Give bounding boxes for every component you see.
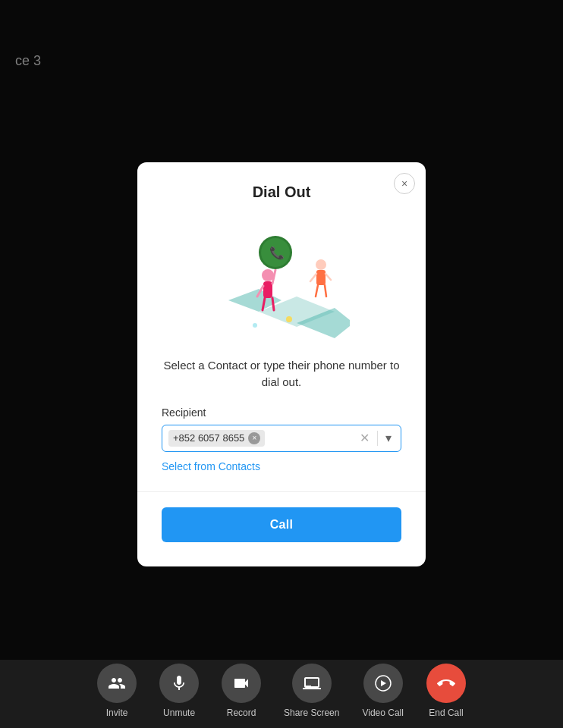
modal-illustration: 📞 [162, 213, 401, 342]
recipient-tag: +852 6057 8655 × [168, 430, 265, 447]
svg-line-17 [325, 285, 326, 297]
share-screen-icon [303, 674, 321, 692]
svg-rect-13 [316, 270, 326, 285]
svg-point-3 [262, 269, 274, 281]
end-call-label: End Call [429, 708, 463, 718]
recipient-phone: +852 6057 8655 [173, 432, 244, 444]
invite-icon-bg [97, 664, 137, 703]
dial-out-modal: × Dial Out [137, 162, 426, 566]
modal-overlay: × Dial Out [0, 0, 563, 728]
record-label: Record [227, 708, 256, 718]
modal-close-button[interactable]: × [394, 173, 415, 194]
share-screen-icon-bg [292, 664, 332, 703]
svg-line-15 [326, 274, 331, 280]
modal-divider [137, 491, 426, 492]
invite-icon [108, 674, 126, 692]
unmute-label: Unmute [163, 708, 195, 718]
toolbar-item-share-screen[interactable]: Share Screen [284, 664, 339, 718]
end-call-icon [437, 674, 455, 692]
recipient-clear-icon[interactable]: ✕ [357, 431, 373, 445]
svg-rect-4 [263, 281, 272, 298]
recipient-dropdown-icon[interactable]: ▾ [382, 431, 395, 445]
svg-point-18 [286, 316, 292, 322]
svg-text:📞: 📞 [269, 246, 285, 260]
recipient-input-wrapper[interactable]: +852 6057 8655 × ✕ ▾ [162, 425, 401, 452]
toolbar-item-record[interactable]: Record [222, 664, 261, 718]
toolbar-item-video-call[interactable]: Video Call [362, 664, 403, 718]
modal-description: Select a Contact or type their phone num… [162, 357, 401, 391]
toolbar-item-end-call[interactable]: End Call [426, 664, 466, 718]
svg-line-8 [272, 298, 274, 310]
toolbar-item-unmute[interactable]: Unmute [159, 664, 199, 718]
recipient-label: Recipient [162, 406, 401, 419]
svg-point-12 [316, 259, 326, 270]
select-from-contacts-link[interactable]: Select from Contacts [162, 460, 260, 472]
unmute-icon [170, 674, 188, 692]
recipient-tag-remove[interactable]: × [248, 432, 260, 444]
svg-line-14 [310, 274, 316, 281]
record-icon-bg [222, 664, 261, 703]
video-call-label: Video Call [362, 708, 403, 718]
toolbar-item-invite[interactable]: Invite [97, 664, 137, 718]
svg-line-16 [316, 285, 318, 297]
record-icon [232, 674, 250, 692]
svg-point-19 [253, 323, 257, 328]
share-screen-label: Share Screen [284, 708, 339, 718]
unmute-icon-bg [159, 664, 199, 703]
video-call-icon [374, 674, 392, 692]
invite-label: Invite [106, 708, 128, 718]
input-divider [377, 431, 378, 446]
end-call-icon-bg [426, 664, 466, 703]
modal-title: Dial Out [162, 184, 401, 201]
call-button[interactable]: Call [162, 507, 401, 542]
toolbar: Invite Unmute Record Share Screen [0, 660, 563, 728]
video-call-icon-bg [363, 664, 403, 703]
